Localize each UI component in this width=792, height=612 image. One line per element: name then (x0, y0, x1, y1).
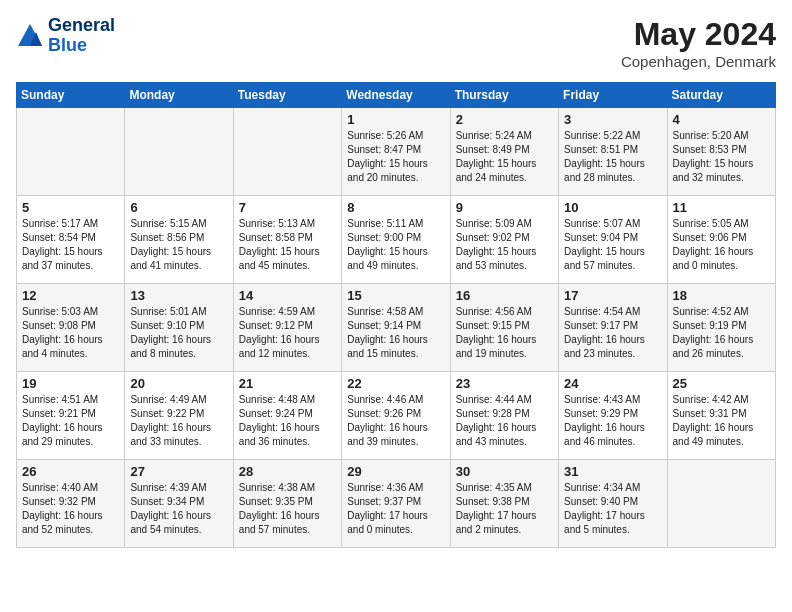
logo-general: General (48, 15, 115, 35)
day-info: Sunrise: 5:01 AM Sunset: 9:10 PM Dayligh… (130, 305, 227, 361)
calendar-cell: 11Sunrise: 5:05 AM Sunset: 9:06 PM Dayli… (667, 196, 775, 284)
day-number: 18 (673, 288, 770, 303)
calendar-cell: 30Sunrise: 4:35 AM Sunset: 9:38 PM Dayli… (450, 460, 558, 548)
weekday-header-thursday: Thursday (450, 83, 558, 108)
calendar-cell: 17Sunrise: 4:54 AM Sunset: 9:17 PM Dayli… (559, 284, 667, 372)
calendar-cell: 13Sunrise: 5:01 AM Sunset: 9:10 PM Dayli… (125, 284, 233, 372)
day-info: Sunrise: 5:07 AM Sunset: 9:04 PM Dayligh… (564, 217, 661, 273)
calendar-cell: 21Sunrise: 4:48 AM Sunset: 9:24 PM Dayli… (233, 372, 341, 460)
page-header: General Blue May 2024 Copenhagen, Denmar… (16, 16, 776, 70)
weekday-header-tuesday: Tuesday (233, 83, 341, 108)
day-info: Sunrise: 5:17 AM Sunset: 8:54 PM Dayligh… (22, 217, 119, 273)
day-number: 22 (347, 376, 444, 391)
day-number: 30 (456, 464, 553, 479)
calendar-cell: 15Sunrise: 4:58 AM Sunset: 9:14 PM Dayli… (342, 284, 450, 372)
calendar-cell: 25Sunrise: 4:42 AM Sunset: 9:31 PM Dayli… (667, 372, 775, 460)
day-info: Sunrise: 4:59 AM Sunset: 9:12 PM Dayligh… (239, 305, 336, 361)
day-info: Sunrise: 4:42 AM Sunset: 9:31 PM Dayligh… (673, 393, 770, 449)
calendar-cell: 8Sunrise: 5:11 AM Sunset: 9:00 PM Daylig… (342, 196, 450, 284)
day-info: Sunrise: 4:52 AM Sunset: 9:19 PM Dayligh… (673, 305, 770, 361)
week-row-1: 1Sunrise: 5:26 AM Sunset: 8:47 PM Daylig… (17, 108, 776, 196)
day-number: 7 (239, 200, 336, 215)
day-number: 21 (239, 376, 336, 391)
calendar-cell: 1Sunrise: 5:26 AM Sunset: 8:47 PM Daylig… (342, 108, 450, 196)
calendar-cell: 27Sunrise: 4:39 AM Sunset: 9:34 PM Dayli… (125, 460, 233, 548)
day-number: 5 (22, 200, 119, 215)
day-info: Sunrise: 4:43 AM Sunset: 9:29 PM Dayligh… (564, 393, 661, 449)
day-number: 17 (564, 288, 661, 303)
day-info: Sunrise: 4:56 AM Sunset: 9:15 PM Dayligh… (456, 305, 553, 361)
day-number: 4 (673, 112, 770, 127)
day-number: 3 (564, 112, 661, 127)
calendar-cell: 3Sunrise: 5:22 AM Sunset: 8:51 PM Daylig… (559, 108, 667, 196)
calendar-cell: 20Sunrise: 4:49 AM Sunset: 9:22 PM Dayli… (125, 372, 233, 460)
day-number: 9 (456, 200, 553, 215)
day-number: 16 (456, 288, 553, 303)
weekday-header-wednesday: Wednesday (342, 83, 450, 108)
calendar-cell: 12Sunrise: 5:03 AM Sunset: 9:08 PM Dayli… (17, 284, 125, 372)
day-info: Sunrise: 4:35 AM Sunset: 9:38 PM Dayligh… (456, 481, 553, 537)
day-number: 19 (22, 376, 119, 391)
day-info: Sunrise: 4:39 AM Sunset: 9:34 PM Dayligh… (130, 481, 227, 537)
day-number: 13 (130, 288, 227, 303)
calendar-cell: 16Sunrise: 4:56 AM Sunset: 9:15 PM Dayli… (450, 284, 558, 372)
day-number: 15 (347, 288, 444, 303)
calendar-cell: 2Sunrise: 5:24 AM Sunset: 8:49 PM Daylig… (450, 108, 558, 196)
location: Copenhagen, Denmark (621, 53, 776, 70)
day-info: Sunrise: 5:11 AM Sunset: 9:00 PM Dayligh… (347, 217, 444, 273)
day-info: Sunrise: 4:38 AM Sunset: 9:35 PM Dayligh… (239, 481, 336, 537)
day-info: Sunrise: 4:49 AM Sunset: 9:22 PM Dayligh… (130, 393, 227, 449)
day-number: 31 (564, 464, 661, 479)
day-info: Sunrise: 5:03 AM Sunset: 9:08 PM Dayligh… (22, 305, 119, 361)
calendar-cell: 14Sunrise: 4:59 AM Sunset: 9:12 PM Dayli… (233, 284, 341, 372)
calendar-cell: 23Sunrise: 4:44 AM Sunset: 9:28 PM Dayli… (450, 372, 558, 460)
day-number: 14 (239, 288, 336, 303)
weekday-header-saturday: Saturday (667, 83, 775, 108)
day-info: Sunrise: 5:26 AM Sunset: 8:47 PM Dayligh… (347, 129, 444, 185)
calendar-cell: 10Sunrise: 5:07 AM Sunset: 9:04 PM Dayli… (559, 196, 667, 284)
day-number: 6 (130, 200, 227, 215)
calendar-cell: 22Sunrise: 4:46 AM Sunset: 9:26 PM Dayli… (342, 372, 450, 460)
week-row-3: 12Sunrise: 5:03 AM Sunset: 9:08 PM Dayli… (17, 284, 776, 372)
calendar-cell: 9Sunrise: 5:09 AM Sunset: 9:02 PM Daylig… (450, 196, 558, 284)
calendar-cell: 7Sunrise: 5:13 AM Sunset: 8:58 PM Daylig… (233, 196, 341, 284)
calendar-cell: 26Sunrise: 4:40 AM Sunset: 9:32 PM Dayli… (17, 460, 125, 548)
weekday-header-row: SundayMondayTuesdayWednesdayThursdayFrid… (17, 83, 776, 108)
logo-blue: Blue (48, 35, 87, 55)
week-row-5: 26Sunrise: 4:40 AM Sunset: 9:32 PM Dayli… (17, 460, 776, 548)
day-info: Sunrise: 5:15 AM Sunset: 8:56 PM Dayligh… (130, 217, 227, 273)
day-info: Sunrise: 4:54 AM Sunset: 9:17 PM Dayligh… (564, 305, 661, 361)
calendar-cell: 31Sunrise: 4:34 AM Sunset: 9:40 PM Dayli… (559, 460, 667, 548)
day-number: 8 (347, 200, 444, 215)
calendar-cell: 19Sunrise: 4:51 AM Sunset: 9:21 PM Dayli… (17, 372, 125, 460)
day-info: Sunrise: 5:09 AM Sunset: 9:02 PM Dayligh… (456, 217, 553, 273)
day-number: 24 (564, 376, 661, 391)
calendar-cell: 6Sunrise: 5:15 AM Sunset: 8:56 PM Daylig… (125, 196, 233, 284)
calendar-cell (125, 108, 233, 196)
calendar-cell (17, 108, 125, 196)
day-number: 2 (456, 112, 553, 127)
day-info: Sunrise: 5:20 AM Sunset: 8:53 PM Dayligh… (673, 129, 770, 185)
weekday-header-friday: Friday (559, 83, 667, 108)
calendar-cell (233, 108, 341, 196)
week-row-2: 5Sunrise: 5:17 AM Sunset: 8:54 PM Daylig… (17, 196, 776, 284)
logo-text: General Blue (48, 16, 115, 56)
calendar-cell: 4Sunrise: 5:20 AM Sunset: 8:53 PM Daylig… (667, 108, 775, 196)
day-info: Sunrise: 4:44 AM Sunset: 9:28 PM Dayligh… (456, 393, 553, 449)
day-number: 27 (130, 464, 227, 479)
calendar-cell: 28Sunrise: 4:38 AM Sunset: 9:35 PM Dayli… (233, 460, 341, 548)
day-number: 23 (456, 376, 553, 391)
month-title: May 2024 (621, 16, 776, 53)
day-info: Sunrise: 5:24 AM Sunset: 8:49 PM Dayligh… (456, 129, 553, 185)
day-number: 11 (673, 200, 770, 215)
weekday-header-monday: Monday (125, 83, 233, 108)
day-info: Sunrise: 5:22 AM Sunset: 8:51 PM Dayligh… (564, 129, 661, 185)
day-info: Sunrise: 4:40 AM Sunset: 9:32 PM Dayligh… (22, 481, 119, 537)
day-info: Sunrise: 4:36 AM Sunset: 9:37 PM Dayligh… (347, 481, 444, 537)
day-info: Sunrise: 5:13 AM Sunset: 8:58 PM Dayligh… (239, 217, 336, 273)
logo-icon (16, 22, 44, 50)
day-number: 10 (564, 200, 661, 215)
calendar-cell: 5Sunrise: 5:17 AM Sunset: 8:54 PM Daylig… (17, 196, 125, 284)
day-info: Sunrise: 4:34 AM Sunset: 9:40 PM Dayligh… (564, 481, 661, 537)
day-number: 29 (347, 464, 444, 479)
